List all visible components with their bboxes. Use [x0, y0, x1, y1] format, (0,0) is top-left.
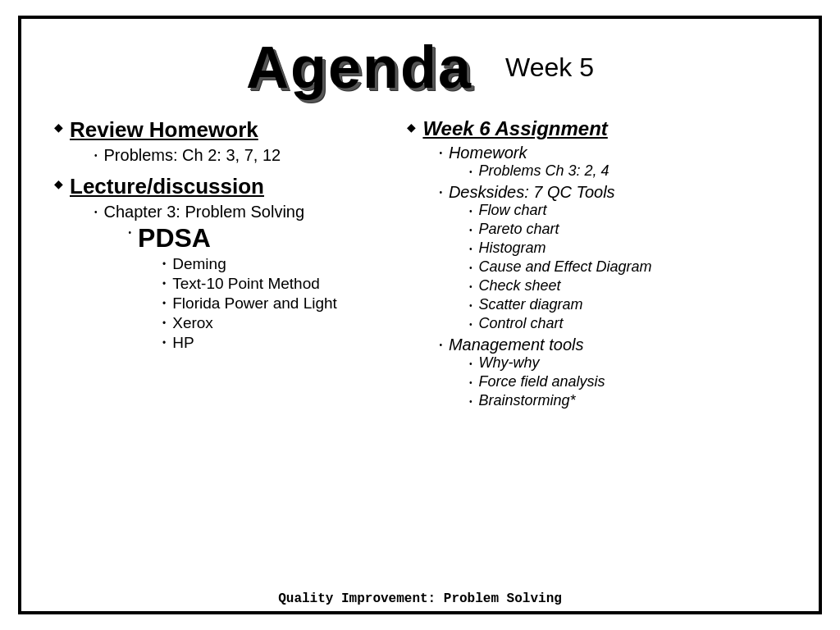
bullet-circle-icon-4: •	[162, 317, 166, 329]
pdsa-sub-list: • Deming • Text-10 Point Method	[162, 255, 337, 352]
problems-ch3-label: Problems Ch 3: 2, 4	[478, 162, 609, 180]
scatter-diagram-item: • Scatter diagram	[469, 296, 652, 313]
desksides-item: • Desksides: 7 QC Tools • Flow chart	[439, 183, 651, 334]
diamond-icon: ◆	[54, 121, 63, 134]
force-field-label: Force field analysis	[478, 373, 605, 390]
hp-label: HP	[172, 334, 194, 352]
bullet-dot-icon-r2: •	[469, 167, 472, 176]
bullet-dot-icon-r8: •	[469, 282, 472, 291]
homework-sublist: • Problems Ch 3: 2, 4	[469, 162, 609, 180]
problems-ch3-item: • Problems Ch 3: 2, 4	[469, 162, 609, 180]
week6-item: ◆ Week 6 Assignment • Homework •	[407, 117, 794, 413]
pareto-chart-item: • Pareto chart	[469, 221, 652, 238]
header: Agenda Week 5	[21, 19, 819, 109]
force-field-item: • Force field analysis	[469, 373, 605, 390]
homework-item: • Homework • Problems Ch 3: 2, 4	[439, 144, 651, 181]
review-homework-item: ◆ Review Homework • Problems: Ch 2: 3, 7…	[54, 117, 382, 167]
pdsa-item: • PDSA • Deming	[129, 223, 337, 354]
problems-label: Problems: Ch 2: 3, 7, 12	[104, 146, 281, 165]
bullet-dot-icon-3: •	[129, 228, 132, 237]
homework-label: Homework	[449, 144, 527, 162]
chapter3-item: • Chapter 3: Problem Solving • PDSA	[94, 203, 337, 355]
bullet-dot-icon-r1: •	[439, 148, 442, 158]
cause-effect-item: • Cause and Effect Diagram	[469, 258, 652, 276]
bullet-dot-icon: •	[94, 151, 98, 160]
footer: Quality Improvement: Problem Solving	[21, 587, 819, 611]
bullet-dot-icon-r3: •	[439, 188, 442, 197]
bullet-circle-icon-2: •	[162, 278, 166, 290]
pdsa-label: PDSA	[138, 223, 211, 253]
histogram-label: Histogram	[478, 240, 546, 257]
cause-effect-label: Cause and Effect Diagram	[478, 258, 651, 276]
text10-label: Text-10 Point Method	[172, 275, 320, 293]
bullet-dot-icon-r11: •	[439, 340, 442, 349]
why-why-item: • Why-why	[469, 354, 605, 372]
bullet-dot-icon-2: •	[94, 208, 98, 217]
week6-sublist: • Homework • Problems Ch 3: 2, 4	[439, 144, 651, 411]
xerox-item: • Xerox	[162, 314, 337, 332]
fpl-item: • Florida Power and Light	[162, 294, 337, 313]
histogram-item: • Histogram	[469, 240, 652, 257]
desksides-label: Desksides: 7 QC Tools	[449, 183, 615, 201]
why-why-label: Why-why	[478, 354, 539, 372]
bullet-circle-icon: •	[162, 258, 166, 270]
bullet-dot-icon-r9: •	[469, 301, 472, 310]
lecture-sublist: • Chapter 3: Problem Solving • PDSA	[94, 203, 337, 355]
hp-item: • HP	[162, 334, 337, 352]
bullet-dot-icon-r12: •	[469, 359, 472, 368]
problems-item: • Problems: Ch 2: 3, 7, 12	[94, 146, 281, 165]
slide-title: Agenda	[246, 34, 472, 101]
brainstorming-item: • Brainstorming*	[469, 392, 605, 409]
slide: Agenda Week 5 ◆ Review Homework • Proble…	[18, 16, 822, 614]
diamond-icon-3: ◆	[407, 121, 416, 134]
bullet-dot-icon-r13: •	[469, 378, 472, 387]
deming-label: Deming	[172, 255, 226, 273]
xerox-label: Xerox	[172, 314, 213, 332]
control-chart-label: Control chart	[478, 315, 563, 332]
review-homework-sublist: • Problems: Ch 2: 3, 7, 12	[94, 146, 281, 165]
text10-item: • Text-10 Point Method	[162, 275, 337, 293]
pareto-chart-label: Pareto chart	[478, 221, 559, 238]
management-item: • Management tools • Why-why •	[439, 336, 651, 411]
fpl-label: Florida Power and Light	[172, 294, 337, 313]
bullet-circle-icon-3: •	[162, 298, 166, 309]
content-area: ◆ Review Homework • Problems: Ch 2: 3, 7…	[21, 109, 819, 587]
lecture-label: Lecture/discussion	[70, 174, 264, 199]
flow-chart-item: • Flow chart	[469, 202, 652, 219]
right-column: ◆ Week 6 Assignment • Homework •	[399, 117, 794, 578]
week6-label: Week 6 Assignment	[422, 117, 607, 139]
bullet-dot-icon-r4: •	[469, 207, 472, 216]
bullet-dot-icon-r5: •	[469, 226, 472, 235]
bullet-circle-icon-5: •	[162, 337, 166, 349]
check-sheet-item: • Check sheet	[469, 277, 652, 294]
pdsa-list: • PDSA • Deming	[129, 223, 337, 354]
qc-tools-list: • Flow chart • Pareto chart •	[469, 202, 652, 332]
diamond-icon-2: ◆	[54, 177, 63, 190]
check-sheet-label: Check sheet	[478, 277, 560, 294]
review-homework-label: Review Homework	[70, 117, 258, 142]
deming-item: • Deming	[162, 255, 337, 273]
bullet-dot-icon-r14: •	[469, 397, 472, 406]
control-chart-item: • Control chart	[469, 315, 652, 332]
footer-text: Quality Improvement: Problem Solving	[278, 591, 562, 606]
bullet-dot-icon-r7: •	[469, 263, 472, 272]
lecture-item: ◆ Lecture/discussion • Chapter 3: Proble…	[54, 174, 382, 358]
bullet-dot-icon-r6: •	[469, 244, 472, 253]
week-label: Week 5	[505, 52, 594, 83]
flow-chart-label: Flow chart	[478, 202, 546, 219]
brainstorming-label: Brainstorming*	[478, 392, 575, 409]
management-tools-list: • Why-why • Force field analysis •	[469, 354, 605, 409]
bullet-dot-icon-r10: •	[469, 320, 472, 329]
left-column: ◆ Review Homework • Problems: Ch 2: 3, 7…	[46, 117, 382, 578]
chapter3-label: Chapter 3: Problem Solving	[104, 203, 305, 221]
scatter-diagram-label: Scatter diagram	[478, 296, 582, 313]
management-label: Management tools	[449, 336, 584, 354]
